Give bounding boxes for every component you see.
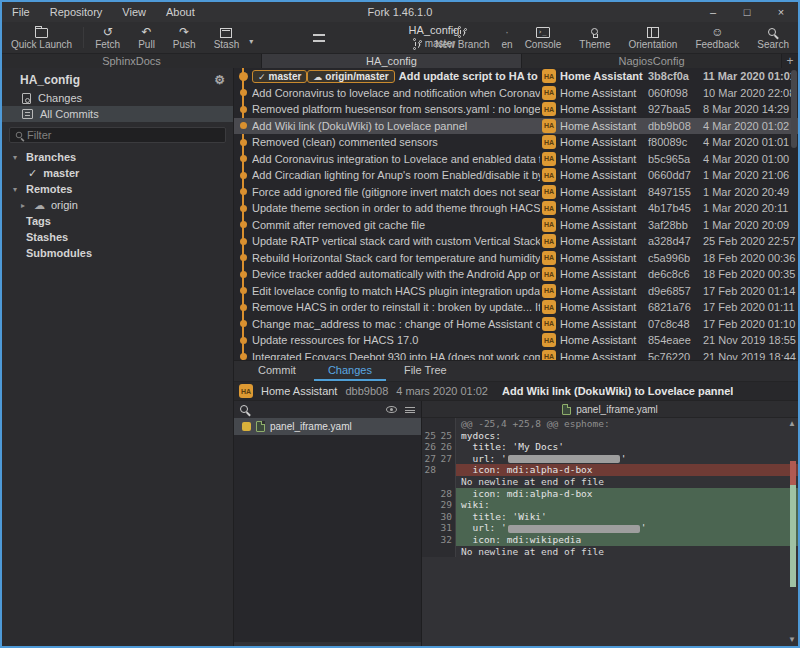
filter-placeholder: Filter (27, 129, 51, 141)
commit-row[interactable]: Force add ignored file (gitignore invert… (234, 184, 798, 201)
file-pane-scrollbar[interactable] (234, 642, 421, 646)
commit-hash: 6821a76 (648, 301, 703, 313)
new-tab-button[interactable]: + (782, 54, 798, 68)
commit-row[interactable]: Device tracker added automatically with … (234, 266, 798, 283)
commit-date: 18 Feb 2020 00:36 (703, 252, 798, 264)
commit-date: 1 Mar 2020 20:09 (703, 219, 798, 231)
commit-row[interactable]: Removed (clean) commented sensors HA Hom… (234, 134, 798, 151)
commit-message: Add Circadian lighting for Anup's room E… (252, 169, 540, 181)
commit-row[interactable]: Change mac_address to mac : change of Ho… (234, 316, 798, 333)
filter-input[interactable]: Filter (9, 127, 226, 143)
diff-line: 2727 url: '' (422, 453, 798, 465)
diff-line-text: icon: mdi:alpha-d-box (456, 464, 798, 476)
commit-row[interactable]: Rebuild Horizontal Stack card for temper… (234, 250, 798, 267)
commit-author: Home Assistant (560, 70, 648, 82)
commit-row[interactable]: Removed platform huesensor from sensors.… (234, 101, 798, 118)
commit-row[interactable]: Update RATP vertical stack card with cus… (234, 233, 798, 250)
sidebar-section-branches[interactable]: ▾ Branches (2, 149, 233, 165)
chevron-down-icon[interactable]: ▾ (10, 153, 20, 162)
search-button[interactable]: Search (748, 22, 798, 53)
repo-menu-button[interactable] (313, 22, 325, 53)
quick-launch-button[interactable]: Quick Launch (2, 22, 81, 53)
commit-graph-node (234, 139, 252, 146)
sidebar-section-submodules[interactable]: Submodules (2, 245, 233, 261)
folder-icon (35, 28, 48, 38)
sidebar-remote-origin[interactable]: ▸ ☁ origin (2, 197, 233, 213)
branch-icon (413, 38, 422, 50)
commit-author: Home Assistant (560, 103, 648, 115)
tab-commit[interactable]: Commit (244, 361, 310, 381)
pull-button[interactable]: ↶ Pull (129, 22, 164, 53)
search-icon[interactable] (240, 405, 248, 413)
file-icon (562, 404, 571, 415)
menu-view[interactable]: View (112, 2, 156, 22)
list-options-icon[interactable] (405, 407, 415, 413)
fetch-button[interactable]: ↺ Fetch (86, 22, 129, 53)
commit-date: 18 Feb 2020 00:35 (703, 268, 798, 280)
commit-row[interactable]: Update ressources for HACS 17.0 HA Home … (234, 332, 798, 349)
sidebar-item-changes[interactable]: Changes (2, 90, 233, 106)
console-button[interactable]: ›_ Console (516, 22, 571, 53)
orientation-button[interactable]: Orientation (619, 22, 686, 53)
diff-overview-scrollbar[interactable] (790, 461, 796, 587)
commit-row[interactable]: Add Coronavirus integration to Lovelace … (234, 151, 798, 168)
feedback-button[interactable]: ☺ Feedback (686, 22, 748, 53)
file-row[interactable]: panel_iframe.yaml (234, 418, 421, 435)
commit-hash: a328d47 (648, 235, 703, 247)
redacted-url-blur (508, 525, 640, 533)
layout-orientation-icon (647, 27, 659, 38)
avatar: HA (542, 350, 556, 360)
current-repo-indicator[interactable]: HA_config master (354, 24, 514, 50)
branch-badge[interactable]: ☁origin/master (307, 70, 394, 83)
overview-removed-mark (790, 461, 796, 485)
chevron-down-icon[interactable]: ▾ (249, 37, 253, 46)
menu-file[interactable]: File (2, 2, 40, 22)
close-icon[interactable]: × (764, 2, 798, 22)
commit-graph-node (234, 304, 252, 311)
commit-row[interactable]: Update theme section in order to add the… (234, 200, 798, 217)
sidebar-branch-master[interactable]: ✓ master (2, 165, 233, 181)
hamburger-icon (313, 34, 325, 42)
commit-row[interactable]: Commit after removed git cache file HA H… (234, 217, 798, 234)
scroll-up-icon[interactable]: ▲ (788, 420, 796, 428)
detail-message: Add Wiki link (DokuWiki) to Lovelace pan… (502, 385, 733, 397)
commit-row[interactable]: Edit lovelace config to match HACS plugi… (234, 283, 798, 300)
sidebar-section-tags[interactable]: Tags (2, 213, 233, 229)
tab-sphinxdocs[interactable]: SphinxDocs (2, 54, 262, 68)
commit-row[interactable]: Add Circadian lighting for Anup's room E… (234, 167, 798, 184)
menu-about[interactable]: About (156, 2, 205, 22)
commit-row[interactable]: Add Coronavirus to lovelace and notifica… (234, 85, 798, 102)
theme-button[interactable]: Theme (570, 22, 619, 53)
eye-icon[interactable] (386, 406, 397, 413)
commit-hash: 8497155 (648, 186, 703, 198)
minimize-icon[interactable]: – (696, 2, 730, 22)
branch-badge[interactable]: ✓master (252, 70, 307, 83)
sidebar-item-all-commits[interactable]: All Commits (2, 106, 233, 122)
commit-date: 17 Feb 2020 01:14 (703, 285, 798, 297)
modified-status-icon (242, 422, 251, 431)
commit-detail-panel: Commit Changes File Tree HA Home Assista… (234, 360, 798, 646)
chevron-down-icon[interactable]: ▾ (10, 185, 20, 194)
gear-icon[interactable]: ⚙ (214, 73, 225, 87)
sidebar-section-stashes[interactable]: Stashes (2, 229, 233, 245)
avatar: HA (542, 102, 556, 116)
commit-row[interactable]: Remove HACS in order to reinstall it : b… (234, 299, 798, 316)
changes-icon (22, 93, 31, 104)
tab-file-tree[interactable]: File Tree (390, 361, 461, 381)
sidebar-section-remotes[interactable]: ▾ Remotes (2, 181, 233, 197)
scroll-down-icon[interactable]: ▼ (788, 636, 796, 644)
stash-button[interactable]: Stash (205, 24, 249, 52)
commit-date: 8 Mar 2020 14:29 (703, 103, 798, 115)
tab-nagiosconfig[interactable]: NagiosConfig (522, 54, 782, 68)
tab-ha-config[interactable]: HA_config (262, 54, 522, 68)
menu-repository[interactable]: Repository (40, 2, 113, 22)
commit-list-scrollbar[interactable] (791, 70, 797, 148)
diff-line: 28 icon: mdi:alpha-d-box (422, 488, 798, 500)
commit-row[interactable]: Add Wiki link (DokuWiki) to Lovelace pan… (234, 118, 798, 135)
tab-changes[interactable]: Changes (314, 361, 386, 381)
maximize-icon[interactable]: □ (730, 2, 764, 22)
push-button[interactable]: ↷ Push (164, 22, 205, 53)
commit-row[interactable]: ✓master☁origin/master Add update script … (234, 68, 798, 85)
chevron-right-icon[interactable]: ▸ (18, 201, 28, 210)
commit-row[interactable]: Integrated Ecovacs Deebot 930 into HA (d… (234, 349, 798, 361)
